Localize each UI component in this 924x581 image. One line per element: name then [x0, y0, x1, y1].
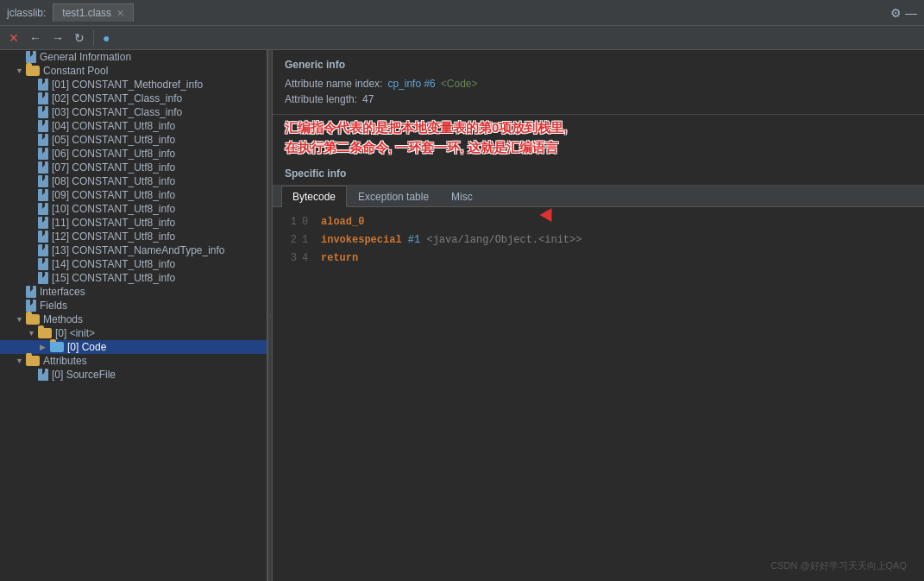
tab-label: test1.class: [62, 7, 111, 19]
tree-general-info[interactable]: General Information: [0, 50, 267, 64]
toolbar: ✕ ← → ↻ ●: [0, 26, 924, 50]
code-area[interactable]: 1 0 aload_0 2 1 invokespecial #1 <java/l…: [273, 207, 924, 581]
code-line-3: 3 4 return: [285, 250, 912, 266]
tree-fields[interactable]: Fields: [0, 299, 267, 313]
folder-icon-init: [38, 328, 52, 338]
specific-info-title: Specific info: [273, 161, 924, 186]
watermark: CSDN @好好学习天天向上QAQ: [770, 559, 907, 572]
offset: 0: [302, 214, 314, 230]
file-icon: [38, 244, 48, 256]
file-icon: [38, 369, 48, 381]
file-icon: [38, 106, 48, 118]
cp-items: [01] CONSTANT_Methodref_info [02] CONSTA…: [0, 78, 267, 285]
file-icon: [38, 231, 48, 243]
folder-icon-attrs: [26, 356, 40, 366]
file-icon: [38, 203, 48, 215]
annotation-line2: 在执行第二条命令, 一环套一环, 这就是汇编语言: [285, 138, 912, 158]
offset: 4: [302, 250, 314, 266]
annotation-line1: 汇编指令代表的是把本地变量表的第0项放到栈里,: [285, 118, 912, 138]
top-bar-actions: ⚙ —: [890, 6, 917, 20]
gear-button[interactable]: ⚙: [890, 6, 902, 20]
constant-pool-label: Constant Pool: [43, 65, 108, 77]
tree-interfaces[interactable]: Interfaces: [0, 285, 267, 299]
file-icon: [26, 300, 36, 312]
tree-row[interactable]: [14] CONSTANT_Utf8_info: [0, 257, 267, 271]
attr-length-label: Attribute length:: [285, 93, 357, 105]
tree-row[interactable]: [05] CONSTANT_Utf8_info: [0, 133, 267, 147]
tree-row[interactable]: [09] CONSTANT_Utf8_info: [0, 188, 267, 202]
tab-misc[interactable]: Misc: [440, 186, 484, 207]
tree-row[interactable]: [02] CONSTANT_Class_info: [0, 92, 267, 105]
annotation-overlay: 汇编指令代表的是把本地变量表的第0项放到栈里, 在执行第二条命令, 一环套一环,…: [273, 115, 924, 161]
line-number: 2: [285, 232, 297, 248]
back-button[interactable]: ←: [26, 29, 45, 47]
tree-row[interactable]: [12] CONSTANT_Utf8_info: [0, 230, 267, 243]
code-line-1: 1 0 aload_0: [285, 214, 912, 230]
attr-length-row: Attribute length: 47: [285, 93, 912, 105]
cp-item-label: [01] CONSTANT_Methodref_info: [52, 79, 203, 91]
tree-row[interactable]: [01] CONSTANT_Methodref_info: [0, 78, 267, 92]
generic-info-section: Generic info Attribute name index: cp_in…: [273, 50, 924, 115]
app-title: jclasslib:: [7, 7, 46, 19]
tab-bytecode[interactable]: Bytecode: [281, 186, 347, 207]
general-info-label: General Information: [40, 51, 131, 63]
tree-init-method[interactable]: ▼ [0] <init>: [0, 326, 267, 340]
folder-icon-code: [50, 342, 64, 352]
file-icon: [38, 272, 48, 284]
tree-row[interactable]: [08] CONSTANT_Utf8_info: [0, 174, 267, 188]
file-icon: [38, 217, 48, 229]
close-button[interactable]: ✕: [5, 29, 22, 47]
methods-label: Methods: [43, 313, 83, 325]
file-icon: [38, 120, 48, 132]
tree-row[interactable]: [11] CONSTANT_Utf8_info: [0, 216, 267, 230]
tree-row[interactable]: [07] CONSTANT_Utf8_info: [0, 161, 267, 174]
specific-info-section: Specific info Bytecode Exception table M…: [273, 161, 924, 581]
tab-close-icon[interactable]: ✕: [116, 8, 124, 19]
tab-exception-table[interactable]: Exception table: [347, 186, 440, 207]
line-number: 3: [285, 250, 297, 266]
tree-methods[interactable]: ▼ Methods: [0, 313, 267, 326]
tree-row[interactable]: [06] CONSTANT_Utf8_info: [0, 147, 267, 161]
forward-button[interactable]: →: [48, 29, 67, 47]
attr-name-link[interactable]: cp_info #6: [387, 78, 435, 90]
expand-arrow-cp: ▼: [16, 66, 26, 75]
file-icon: [38, 79, 48, 91]
invokespecial-ref[interactable]: #1: [408, 232, 420, 248]
tree-code-item[interactable]: ▶ [0] Code: [0, 340, 267, 354]
invokespecial-detail: <java/lang/Object.<init>>: [420, 232, 581, 248]
file-icon: [26, 286, 36, 298]
sourcefile-label: [0] SourceFile: [52, 369, 116, 381]
attr-name-label: Attribute name index:: [285, 78, 382, 90]
pin-button[interactable]: —: [905, 6, 917, 20]
tree-constant-pool[interactable]: ▼ Constant Pool: [0, 64, 267, 78]
file-icon: [38, 92, 48, 104]
tabs-bar: Bytecode Exception table Misc: [273, 186, 924, 207]
tree-panel[interactable]: General Information ▼ Constant Pool [01]…: [0, 50, 267, 581]
code-line-2: 2 1 invokespecial #1 <java/lang/Object.<…: [285, 232, 912, 248]
file-icon: [38, 161, 48, 174]
tree-row[interactable]: [10] CONSTANT_Utf8_info: [0, 202, 267, 216]
tree-sourcefile[interactable]: [0] SourceFile: [0, 368, 267, 382]
file-icon: [38, 258, 48, 270]
offset: 1: [302, 232, 314, 248]
file-icon: [38, 134, 48, 146]
circle-button[interactable]: ●: [99, 29, 113, 47]
tree-attributes[interactable]: ▼ Attributes: [0, 354, 267, 368]
file-icon: [38, 148, 48, 160]
attr-name-value: <Code>: [441, 78, 478, 90]
init-label: [0] <init>: [55, 327, 95, 339]
file-tab[interactable]: test1.class ✕: [53, 3, 134, 22]
instruction: aload_0: [321, 214, 364, 230]
instruction: invokespecial: [321, 232, 408, 248]
tree-row[interactable]: [13] CONSTANT_NameAndType_info: [0, 243, 267, 257]
refresh-button[interactable]: ↻: [71, 29, 88, 47]
file-icon: [26, 51, 36, 63]
file-icon: [38, 189, 48, 201]
right-panel: Generic info Attribute name index: cp_in…: [273, 50, 924, 581]
instruction: return: [321, 250, 358, 266]
tree-row[interactable]: [15] CONSTANT_Utf8_info: [0, 271, 267, 285]
main-content: General Information ▼ Constant Pool [01]…: [0, 50, 924, 581]
code-label: [0] Code: [67, 341, 106, 353]
tree-row[interactable]: [03] CONSTANT_Class_info: [0, 105, 267, 119]
tree-row[interactable]: [04] CONSTANT_Utf8_info: [0, 119, 267, 133]
